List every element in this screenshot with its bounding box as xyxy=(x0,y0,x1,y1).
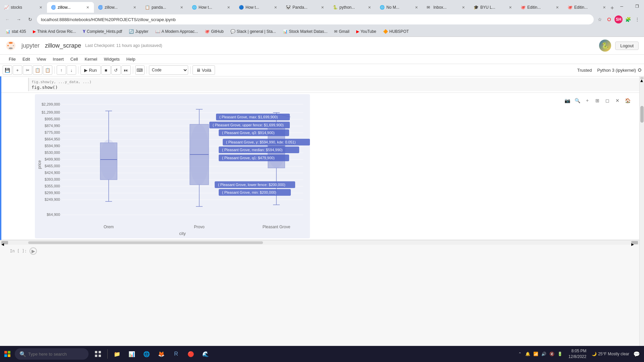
excel-icon[interactable]: 📊 xyxy=(125,347,139,361)
tab-close-nomach[interactable]: ✕ xyxy=(414,5,419,10)
taskbar-search-input[interactable] xyxy=(28,352,82,357)
ubuntu-icon[interactable]: 🔴 xyxy=(184,347,198,361)
bookmark-thinkgrow[interactable]: ▶ Think And Grow Ric... xyxy=(30,28,79,35)
horiz-scroll-right-arrow[interactable]: ▸ xyxy=(631,241,638,244)
battery-icon[interactable]: 🔋 xyxy=(557,351,563,357)
firefox-icon[interactable]: 🦊 xyxy=(155,347,168,361)
select-icon[interactable]: ◻ xyxy=(604,97,611,104)
horiz-scroll-left-arrow[interactable]: ◂ xyxy=(1,241,8,244)
paste-button[interactable]: 📋 xyxy=(43,65,52,75)
menu-widgets[interactable]: Widgets xyxy=(101,55,123,63)
scroll-up-arrow[interactable]: ▴ xyxy=(640,77,644,79)
menu-edit[interactable]: Edit xyxy=(19,55,33,63)
new-tab-button[interactable]: + xyxy=(610,3,614,13)
lasso-icon[interactable]: ✕ xyxy=(614,97,621,104)
move-down-button[interactable]: ↓ xyxy=(67,65,76,75)
tab-close-pandas[interactable]: ✕ xyxy=(179,5,184,10)
bookmark-github[interactable]: 🐙 GitHub xyxy=(202,28,226,35)
clock-display[interactable]: 8:05 PM 12/8/2022 xyxy=(566,348,589,360)
horizontal-scrollbar[interactable]: ◂ ▸ xyxy=(0,240,639,245)
forward-button[interactable]: → xyxy=(14,15,23,24)
tab-close-python[interactable]: ✕ xyxy=(367,5,372,10)
voila-button[interactable]: 🖥 Voilà xyxy=(193,65,215,75)
tab-close-github1[interactable]: ✕ xyxy=(555,5,559,10)
save-button[interactable]: 💾 xyxy=(3,65,12,75)
add-cell-button[interactable]: + xyxy=(13,65,22,75)
tab-pandas[interactable]: 📋 panda... ✕ xyxy=(141,2,188,13)
logout-button[interactable]: Logout xyxy=(615,42,639,50)
restore-button[interactable]: ❐ xyxy=(630,0,644,13)
tab-zillow2[interactable]: 🌀 zillow... ✕ xyxy=(94,2,141,13)
zoom-icon[interactable]: 🔍 xyxy=(574,97,581,104)
bookmark-hubspot[interactable]: 🔶 HUBSPOT xyxy=(380,28,412,35)
opera-icon[interactable]: O xyxy=(605,15,613,23)
pan-icon[interactable]: ⊞ xyxy=(594,97,601,104)
reload-button[interactable]: ↻ xyxy=(25,15,35,24)
bookmark-star-icon[interactable]: ☆ xyxy=(596,15,604,23)
start-button[interactable] xyxy=(0,347,15,361)
run-button[interactable]: ▶ Run xyxy=(80,65,101,75)
add-icon[interactable]: ＋ xyxy=(584,97,591,104)
cut-button[interactable]: ✂ xyxy=(23,65,32,75)
bookmark-jupyter[interactable]: 🔄 Jupyter xyxy=(126,28,151,35)
tab-how1[interactable]: 🌐 How t... ✕ xyxy=(188,2,235,13)
cell-type-select[interactable]: Code Markdown Raw NBConvert xyxy=(149,65,188,75)
restart-run-button[interactable]: ⏭ xyxy=(121,65,131,75)
profile-icon[interactable]: SH xyxy=(614,15,623,23)
add-next-cell-button[interactable]: ▶ xyxy=(30,247,37,255)
bookmark-hints[interactable]: Y Complete_Hints.pdf xyxy=(80,28,125,35)
bookmark-gmail[interactable]: ✉ Gmail xyxy=(331,28,352,35)
keyboard-button[interactable]: ⌨ xyxy=(135,65,145,75)
menu-file[interactable]: File xyxy=(5,55,19,63)
tab-close-how2[interactable]: ✕ xyxy=(273,5,278,10)
tray-icon-1[interactable]: 🔔 xyxy=(525,351,531,357)
tab-close-byu[interactable]: ✕ xyxy=(508,5,513,10)
tab-stocks[interactable]: 📈 stocks ✕ xyxy=(0,2,47,13)
interrupt-button[interactable]: ■ xyxy=(101,65,111,75)
copy-button[interactable]: 📋 xyxy=(33,65,42,75)
bookmark-stock[interactable]: 📊 Stock Market Datas... xyxy=(280,28,330,35)
menu-cell[interactable]: Cell xyxy=(67,55,81,63)
tab-github2[interactable]: 🐙 Editin... ✕ xyxy=(564,2,610,13)
menu-kernel[interactable]: Kernel xyxy=(81,55,101,63)
tab-close-zillow2[interactable]: ✕ xyxy=(132,5,137,10)
camera-icon[interactable]: 📷 xyxy=(564,97,571,104)
tab-close-pandas2[interactable]: ✕ xyxy=(320,5,325,10)
menu-help[interactable]: Help xyxy=(123,55,139,63)
menu-view[interactable]: View xyxy=(33,55,49,63)
notebook-name[interactable]: zillow_scrape xyxy=(45,42,81,49)
bookmark-modern[interactable]: 📖 A Modern Approac... xyxy=(153,28,201,35)
minimize-button[interactable]: ─ xyxy=(614,0,630,13)
url-box[interactable]: localhost:8888/notebooks/HOME%20PROJECTS… xyxy=(37,14,594,24)
vertical-scrollbar[interactable]: ▴ xyxy=(639,76,644,346)
edge-icon[interactable]: 🌊 xyxy=(199,347,212,361)
tab-byu[interactable]: 🎓 BYU L... ✕ xyxy=(470,2,517,13)
tab-pandas2[interactable]: 🐼 Panda... ✕ xyxy=(282,2,329,13)
tab-how2[interactable]: 🔵 How t... ✕ xyxy=(235,2,282,13)
mute-icon[interactable]: 🔇 xyxy=(549,351,555,357)
extensions-icon[interactable]: 🧩 xyxy=(624,15,632,23)
back-button[interactable]: ← xyxy=(3,15,12,24)
tab-github1[interactable]: 🐙 Editin... ✕ xyxy=(517,2,564,13)
tray-chevron[interactable]: ⌃ xyxy=(517,351,523,357)
file-explorer-icon[interactable]: 📁 xyxy=(110,347,124,361)
tab-close-github2[interactable]: ✕ xyxy=(602,5,606,10)
tab-close-stocks[interactable]: ✕ xyxy=(39,5,43,10)
restart-button[interactable]: ↺ xyxy=(111,65,121,75)
notification-center-button[interactable]: 💬 xyxy=(632,349,641,359)
cell-code[interactable]: fig.show(y, ...y_data, ...) fig.show() xyxy=(28,78,639,91)
network-icon[interactable]: 📶 xyxy=(533,351,539,357)
horiz-scroll-thumb[interactable] xyxy=(28,241,263,244)
chrome-icon[interactable]: 🌐 xyxy=(140,347,153,361)
taskbar-search[interactable]: 🔍 xyxy=(15,348,89,360)
tab-close-zillow1[interactable]: ✕ xyxy=(86,5,90,10)
vertical-scroll-thumb[interactable] xyxy=(640,106,644,123)
browser-menu-icon[interactable]: ⋮ xyxy=(633,15,641,23)
move-up-button[interactable]: ↑ xyxy=(57,65,66,75)
tab-close-inbox[interactable]: ✕ xyxy=(461,5,466,10)
bookmark-stat435[interactable]: 📊 stat 435 xyxy=(3,28,29,35)
rstudio-icon[interactable]: R xyxy=(169,347,183,361)
taskview-icon[interactable] xyxy=(91,347,105,361)
sound-icon[interactable]: 🔊 xyxy=(541,351,547,357)
menu-insert[interactable]: Insert xyxy=(49,55,67,63)
